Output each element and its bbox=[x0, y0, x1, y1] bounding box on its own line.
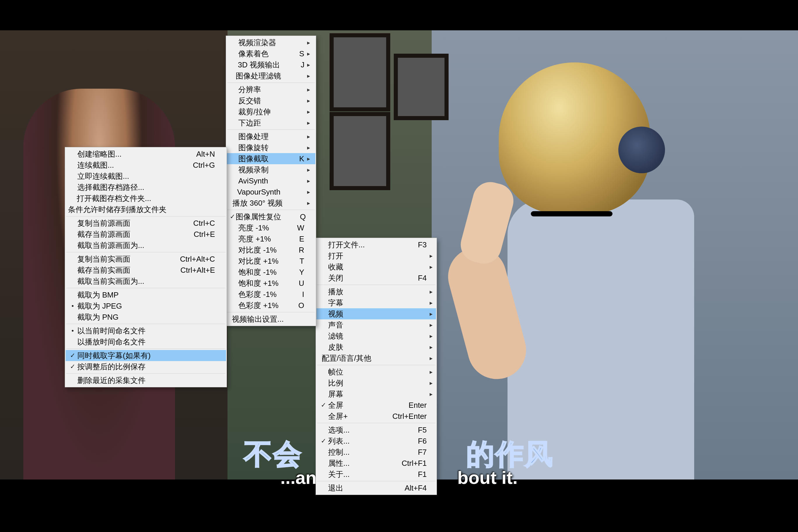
submenu-arrow-icon: ▸ bbox=[427, 310, 433, 317]
menu-item[interactable]: 反交错▸ bbox=[227, 95, 315, 106]
menu-item[interactable]: 视频输出设置... bbox=[227, 314, 315, 325]
menu-item[interactable]: AviSynth▸ bbox=[227, 175, 315, 186]
menu-item[interactable]: 图像截取K▸ bbox=[227, 153, 315, 164]
menu-item[interactable]: 下边距▸ bbox=[227, 117, 315, 128]
menu-item[interactable]: 删除最近的采集文件 bbox=[65, 375, 226, 386]
menu-item[interactable]: 色彩度 -1%I bbox=[227, 289, 315, 300]
menu-item[interactable]: 帧位▸ bbox=[317, 366, 436, 377]
menu-item[interactable]: 全屏+Ctrl+Enter bbox=[317, 411, 436, 422]
menu-item-shortcut: I bbox=[294, 290, 304, 299]
context-menu-main[interactable]: 打开文件...F3打开▸收藏▸关闭F4播放▸字幕▸视频▸声音▸滤镜▸皮肤▸配置/… bbox=[316, 238, 437, 495]
menu-item[interactable]: 打开截图存档文件夹... bbox=[65, 193, 226, 204]
menu-item[interactable]: 关于...F1 bbox=[317, 469, 436, 480]
menu-item[interactable]: 滤镜▸ bbox=[317, 330, 436, 342]
menu-item[interactable]: ✓同时截取字幕(如果有) bbox=[65, 350, 226, 361]
menu-item-label: 图像处理滤镜 bbox=[236, 71, 281, 81]
menu-item[interactable]: 视频▸ bbox=[317, 308, 436, 319]
menu-item[interactable]: 亮度 +1%E bbox=[227, 233, 315, 244]
menu-item[interactable]: 图像处理▸ bbox=[227, 131, 315, 142]
menu-item[interactable]: ✓全屏Enter bbox=[317, 400, 436, 411]
menu-item[interactable]: VapourSynth▸ bbox=[227, 186, 315, 197]
menu-item[interactable]: 选择截图存档路径... bbox=[65, 182, 226, 193]
menu-item[interactable]: 饱和度 -1%Y bbox=[227, 267, 315, 278]
menu-item[interactable]: 皮肤▸ bbox=[317, 342, 436, 353]
menu-item-shortcut: F3 bbox=[383, 240, 427, 249]
menu-item[interactable]: 复制当前实画面Ctrl+Alt+C bbox=[65, 253, 226, 265]
submenu-capture[interactable]: 创建缩略图...Alt+N连续截图...Ctrl+G立即连续截图...选择截图存… bbox=[65, 147, 227, 387]
menu-item[interactable]: ✓列表...F6 bbox=[317, 435, 436, 446]
menu-item[interactable]: 分辨率▸ bbox=[227, 84, 315, 95]
menu-item[interactable]: 字幕▸ bbox=[317, 297, 436, 308]
menu-item[interactable]: 打开文件...F3 bbox=[317, 239, 436, 250]
menu-item-label: 饱和度 +1% bbox=[238, 278, 279, 288]
menu-item[interactable]: 对比度 +1%T bbox=[227, 255, 315, 267]
menu-item[interactable]: •截取为 JPEG bbox=[65, 300, 226, 311]
submenu-arrow-icon: ▸ bbox=[304, 61, 310, 68]
menu-item-label: 选项... bbox=[328, 425, 350, 435]
menu-item[interactable]: 属性...Ctrl+F1 bbox=[317, 458, 436, 469]
menu-item-shortcut: Ctrl+Alt+C bbox=[165, 254, 215, 264]
menu-item[interactable]: 截存当前实画面Ctrl+Alt+E bbox=[65, 265, 226, 276]
submenu-video[interactable]: 视频渲染器▸像素着色S▸3D 视频输出J▸图像处理滤镜▸分辨率▸反交错▸裁剪/拉… bbox=[226, 36, 316, 326]
radio-icon: • bbox=[68, 327, 77, 335]
menu-item[interactable]: 色彩度 +1%O bbox=[227, 300, 315, 311]
menu-item[interactable]: ✓图像属性复位Q bbox=[227, 211, 315, 222]
menu-item[interactable]: 像素着色S▸ bbox=[227, 48, 315, 59]
menu-item-label: 截取当前实画面为... bbox=[77, 276, 145, 286]
picture-frame bbox=[394, 54, 449, 120]
menu-item-shortcut: Enter bbox=[383, 401, 427, 410]
menu-item[interactable]: 截取为 BMP bbox=[65, 289, 226, 300]
menu-item[interactable]: 控制...F7 bbox=[317, 446, 436, 458]
menu-item[interactable]: 截取为 PNG bbox=[65, 311, 226, 323]
menu-item[interactable]: 3D 视频输出J▸ bbox=[227, 59, 315, 70]
menu-item[interactable]: 打开▸ bbox=[317, 250, 436, 261]
radio-icon: • bbox=[68, 302, 77, 310]
menu-item[interactable]: 立即连续截图... bbox=[65, 171, 226, 182]
menu-item[interactable]: •以当前时间命名文件 bbox=[65, 325, 226, 336]
menu-item[interactable]: 比例▸ bbox=[317, 377, 436, 388]
menu-item[interactable]: 亮度 -1%W bbox=[227, 222, 315, 233]
submenu-arrow-icon: ▸ bbox=[306, 72, 310, 79]
menu-item-label: 字幕 bbox=[328, 298, 343, 308]
menu-item[interactable]: 视频渲染器▸ bbox=[227, 37, 315, 48]
check-icon: ✓ bbox=[229, 213, 236, 221]
menu-item-label: 打开 bbox=[328, 251, 343, 261]
menu-item[interactable]: 屏幕▸ bbox=[317, 388, 436, 400]
menu-item[interactable]: 以播放时间命名文件 bbox=[65, 336, 226, 347]
menu-item-label: 滤镜 bbox=[328, 331, 343, 341]
menu-item-shortcut: T bbox=[294, 256, 304, 266]
menu-item[interactable]: 图像旋转▸ bbox=[227, 142, 315, 153]
menu-item-shortcut: W bbox=[294, 223, 304, 232]
menu-item[interactable]: 声音▸ bbox=[317, 319, 436, 330]
menu-item-label: 反交错 bbox=[238, 96, 261, 106]
menu-item[interactable]: 裁剪/拉伸▸ bbox=[227, 106, 315, 117]
menu-item[interactable]: 复制当前源画面Ctrl+C bbox=[65, 217, 226, 229]
menu-item[interactable]: 关闭F4 bbox=[317, 272, 436, 284]
menu-item-shortcut: U bbox=[294, 279, 304, 288]
menu-item[interactable]: 连续截图...Ctrl+G bbox=[65, 159, 226, 171]
menu-item[interactable]: 截取当前实画面为... bbox=[65, 276, 226, 287]
menu-item-label: 亮度 -1% bbox=[238, 223, 269, 233]
submenu-arrow-icon: ▸ bbox=[305, 188, 310, 195]
menu-item-label: 条件允许时储存到播放文件夹 bbox=[68, 205, 167, 215]
menu-item[interactable]: 图像处理滤镜▸ bbox=[227, 70, 315, 81]
picture-frame bbox=[329, 33, 390, 111]
menu-item[interactable]: ✓按调整后的比例保存 bbox=[65, 361, 226, 372]
menu-item[interactable]: 播放▸ bbox=[317, 286, 436, 297]
menu-item[interactable]: 选项...F5 bbox=[317, 424, 436, 435]
menu-item-label: 复制当前源画面 bbox=[77, 218, 130, 228]
menu-item[interactable]: 收藏▸ bbox=[317, 261, 436, 272]
torso bbox=[508, 200, 694, 479]
menu-item-label: 图像旋转 bbox=[238, 142, 269, 153]
menu-item[interactable]: 截存当前源画面Ctrl+E bbox=[65, 229, 226, 240]
menu-item[interactable]: 截取当前源画面为... bbox=[65, 240, 226, 251]
menu-item[interactable]: 视频录制▸ bbox=[227, 164, 315, 175]
menu-item[interactable]: 条件允许时储存到播放文件夹 bbox=[65, 204, 226, 215]
menu-item[interactable]: 对比度 -1%R bbox=[227, 244, 315, 255]
menu-item[interactable]: 播放 360° 视频▸ bbox=[227, 197, 315, 209]
menu-item[interactable]: 退出Alt+F4 bbox=[317, 482, 436, 494]
menu-item[interactable]: 配置/语言/其他▸ bbox=[317, 353, 436, 364]
menu-separator bbox=[227, 210, 315, 210]
menu-item[interactable]: 创建缩略图...Alt+N bbox=[65, 149, 226, 159]
menu-item[interactable]: 饱和度 +1%U bbox=[227, 278, 315, 289]
